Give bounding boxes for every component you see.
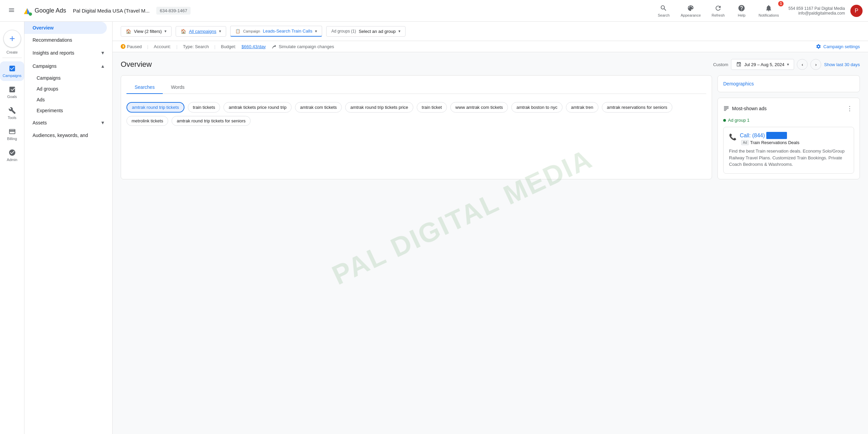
- svg-point-3: [29, 12, 32, 16]
- mini-nav: Create Campaigns Goals Tools Billing: [0, 22, 24, 434]
- mini-nav-tools-label: Tools: [8, 116, 17, 120]
- avatar[interactable]: P: [850, 5, 863, 17]
- sidebar-sub-ads[interactable]: Ads: [24, 94, 107, 105]
- type-label: Type: Search: [183, 44, 209, 49]
- keyword-chip-10[interactable]: metrolink tickets: [126, 116, 168, 126]
- ad-badge: Ad: [741, 140, 749, 145]
- notification-badge: 1: [778, 1, 784, 6]
- account-name: Pal Digital Media USA (Travel M...: [73, 8, 150, 14]
- campaign-filter-icon: 🏠: [181, 29, 186, 34]
- keyword-chip-11[interactable]: amtrak round trip tickets for seniors: [172, 116, 251, 126]
- selected-campaign-label: Leads-Search Train Calls: [263, 28, 312, 34]
- demographics-panel: Demographics: [717, 75, 860, 92]
- date-dropdown-arrow: ▾: [787, 62, 789, 67]
- sidebar-campaigns-label: Campaigns: [33, 63, 57, 69]
- all-campaigns-arrow: ▾: [219, 29, 221, 34]
- account-label: Account:: [154, 44, 171, 49]
- sidebar-item-recommendations[interactable]: Recommendations: [24, 34, 107, 46]
- sidebar-sub-ad-groups[interactable]: Ad groups: [24, 83, 107, 94]
- searches-tabs: Searches Words: [126, 81, 706, 94]
- appearance-nav-button[interactable]: Appearance: [676, 2, 705, 20]
- chevron-up-icon: ▴: [101, 63, 104, 69]
- tab-searches[interactable]: Searches: [126, 81, 163, 94]
- keywords-cloud: amtrak round trip tickets train tickets …: [126, 99, 706, 129]
- sidebar-section-campaigns[interactable]: Campaigns ▴: [24, 59, 112, 73]
- keyword-chip-3[interactable]: amtrak com tickets: [295, 102, 342, 113]
- content-header: Overview Custom Jul 29 – Aug 5, 2024 ▾ ‹…: [121, 59, 860, 70]
- paused-icon: ⏸: [121, 44, 125, 49]
- green-dot: [723, 119, 726, 122]
- mini-nav-admin[interactable]: Admin: [2, 145, 22, 165]
- keyword-chip-0[interactable]: amtrak round trip tickets: [126, 102, 184, 113]
- mini-nav-billing-label: Billing: [7, 137, 17, 141]
- account-info: 554 859 1167 Pal Digital Media info@pald…: [788, 6, 845, 16]
- sidebar-assets-label: Assets: [33, 120, 47, 125]
- mini-nav-admin-label: Admin: [7, 158, 17, 162]
- keyword-chip-5[interactable]: train ticket: [417, 102, 447, 113]
- demographics-title[interactable]: Demographics: [723, 81, 754, 86]
- sidebar-insights-label: Insights and reports: [33, 50, 74, 56]
- page-title: Overview: [121, 60, 152, 69]
- help-nav-label: Help: [738, 13, 746, 17]
- mini-nav-campaigns[interactable]: Campaigns: [0, 61, 24, 81]
- date-controls: Custom Jul 29 – Aug 5, 2024 ▾ ‹ › Show l…: [713, 59, 860, 70]
- app-name: Google Ads: [35, 7, 66, 14]
- campaign-filter-label: Campaign: [243, 29, 260, 33]
- keyword-chip-2[interactable]: amtrak tickets price round trip: [223, 102, 292, 113]
- sidebar-item-audiences[interactable]: Audiences, keywords, and: [24, 129, 107, 141]
- campaign-filter-button[interactable]: 📋 Campaign Leads-Search Train Calls ▾: [230, 26, 322, 37]
- simulate-button[interactable]: Simulate campaign changes: [271, 44, 334, 49]
- ad-group-label: Ad group 1: [728, 118, 750, 123]
- mini-nav-tools[interactable]: Tools: [2, 103, 22, 123]
- logo-icon: [22, 5, 33, 16]
- keyword-chip-9[interactable]: amtrak reservations for seniors: [602, 102, 672, 113]
- view-filter-button[interactable]: 🏠 View (2 filters) ▾: [121, 26, 172, 37]
- refresh-nav-button[interactable]: Refresh: [708, 2, 729, 20]
- next-date-button[interactable]: ›: [810, 59, 821, 70]
- mini-nav-goals[interactable]: Goals: [2, 82, 22, 102]
- select-ad-group-label: Select an ad group: [359, 29, 396, 34]
- panel-menu-button[interactable]: ⋮: [845, 103, 854, 114]
- view-filter-label: View (2 filters): [134, 29, 162, 34]
- keyword-chip-6[interactable]: www amtrak com tickets: [450, 102, 508, 113]
- home-icon: 🏠: [126, 29, 131, 34]
- filters-bar: 🏠 View (2 filters) ▾ 🏠 All campaigns ▾ 📋…: [113, 22, 868, 41]
- ad-description: Find the best Train reservation deals. E…: [729, 148, 848, 168]
- most-shown-ads-panel: Most-shown ads ⋮ Ad group 1 📞: [717, 98, 860, 179]
- sidebar-section-insights[interactable]: Insights and reports ▾: [24, 46, 112, 59]
- hamburger-button[interactable]: [5, 4, 18, 17]
- sidebar-section-assets[interactable]: Assets ▾: [24, 116, 112, 129]
- logo: Google Ads: [22, 5, 66, 16]
- simulate-label: Simulate campaign changes: [279, 44, 334, 49]
- ad-preview: 📞 Call: (844) Ad Train Reservations Deal…: [723, 127, 854, 174]
- ad-call-text: Call: (844): [740, 132, 787, 139]
- ad-groups-filter-button[interactable]: Ad groups (1) Select an ad group ▾: [326, 26, 406, 37]
- search-nav-button[interactable]: Search: [653, 2, 674, 20]
- ad-site-name: Train Reservations Deals: [750, 140, 799, 145]
- redacted-number: [766, 132, 787, 139]
- mini-nav-billing[interactable]: Billing: [2, 124, 22, 144]
- most-shown-title: Most-shown ads: [732, 106, 767, 111]
- keyword-chip-7[interactable]: amtrak boston to nyc: [511, 102, 563, 113]
- sidebar-sub-campaigns[interactable]: Campaigns: [24, 73, 107, 83]
- keyword-chip-1[interactable]: train tickets: [188, 102, 220, 113]
- tab-words[interactable]: Words: [163, 81, 193, 94]
- prev-date-button[interactable]: ‹: [797, 59, 808, 70]
- help-nav-button[interactable]: Help: [731, 2, 752, 20]
- keyword-chip-4[interactable]: amtrak round trip tickets price: [345, 102, 413, 113]
- sidebar-sub-experiments[interactable]: Experiments: [24, 105, 107, 116]
- all-campaigns-button[interactable]: 🏠 All campaigns ▾: [176, 26, 226, 37]
- ad-group-badge: Ad group 1: [723, 118, 854, 123]
- campaign-icon: 📋: [235, 29, 240, 34]
- keyword-chip-8[interactable]: amtrak tren: [566, 102, 598, 113]
- date-picker-button[interactable]: Jul 29 – Aug 5, 2024 ▾: [731, 59, 794, 70]
- paused-label: Paused: [127, 44, 142, 49]
- top-bar: Google Ads Pal Digital Media USA (Travel…: [0, 0, 868, 22]
- ad-call: 📞 Call: (844) Ad Train Reservations Deal…: [729, 133, 848, 145]
- campaign-dropdown-arrow: ▾: [315, 29, 317, 34]
- notifications-nav-button[interactable]: 1 Notifications: [754, 2, 783, 20]
- show-last-button[interactable]: Show last 30 days: [824, 62, 860, 67]
- campaign-settings-button[interactable]: Campaign settings: [816, 44, 860, 49]
- sidebar-item-overview[interactable]: Overview: [24, 22, 107, 34]
- create-button[interactable]: [3, 30, 21, 47]
